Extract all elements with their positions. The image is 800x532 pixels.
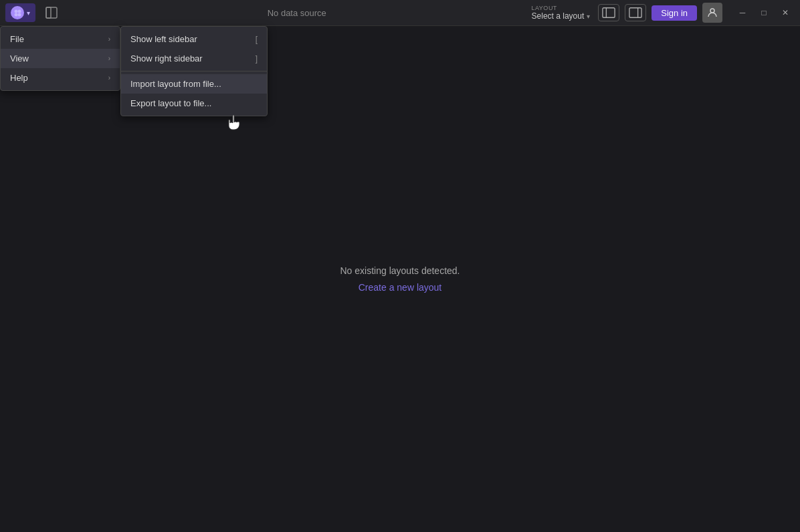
svg-point-2	[15, 13, 18, 17]
svg-rect-5	[46, 7, 51, 18]
menu-item-file[interactable]: File ›	[1, 29, 120, 49]
minimize-button[interactable]: ─	[733, 3, 752, 22]
menu-item-help[interactable]: Help ›	[1, 68, 120, 88]
svg-point-10	[710, 9, 714, 13]
show-right-sidebar-shortcut: ]	[256, 54, 258, 63]
menu-item-view[interactable]: View › Show left sidebar [ Show right si…	[1, 49, 120, 68]
svg-rect-4	[46, 7, 57, 18]
menu-bar: File › View › Show left sidebar [ Show r…	[0, 26, 120, 91]
import-layout-item[interactable]: Import layout from file...	[121, 74, 267, 94]
layout-selector[interactable]: LAYOUT Select a layout ▾	[532, 5, 591, 21]
show-left-sidebar-shortcut: [	[256, 35, 258, 44]
titlebar: ▾ No data source LAYOUT Select a layout …	[0, 0, 800, 26]
titlebar-center: No data source	[62, 8, 532, 18]
primary-menu: File › View › Show left sidebar [ Show r…	[0, 26, 120, 91]
app-menu-chevron-icon: ▾	[27, 9, 30, 17]
app-logo-button[interactable]: ▾	[5, 3, 35, 22]
svg-point-1	[18, 10, 21, 13]
sign-in-button[interactable]: Sign in	[652, 5, 697, 21]
view-submenu-arrow-icon: ›	[108, 55, 110, 62]
center-message: No existing layouts detected. Create a n…	[340, 265, 460, 293]
svg-point-3	[18, 13, 21, 17]
close-button[interactable]: ✕	[776, 3, 795, 22]
submenu-divider	[121, 71, 267, 72]
show-left-sidebar-item[interactable]: Show left sidebar [	[121, 29, 267, 49]
new-panel-button[interactable]	[41, 4, 62, 21]
svg-rect-8	[629, 8, 641, 18]
file-submenu-arrow-icon: ›	[108, 35, 110, 43]
maximize-button[interactable]: □	[755, 3, 773, 22]
titlebar-right: LAYOUT Select a layout ▾ Sign in	[532, 3, 795, 23]
layout-chevron-icon: ▾	[587, 13, 590, 20]
window-controls: ─ □ ✕	[733, 3, 795, 22]
layout-right-sidebar-toggle[interactable]	[625, 4, 646, 21]
create-new-layout-link[interactable]: Create a new layout	[359, 282, 442, 293]
layout-select-row: Select a layout ▾	[532, 11, 591, 21]
svg-rect-6	[603, 8, 615, 18]
layout-select-text: Select a layout	[532, 11, 585, 21]
help-submenu-arrow-icon: ›	[108, 74, 110, 82]
layout-left-sidebar-toggle[interactable]	[598, 4, 619, 21]
svg-point-0	[15, 10, 18, 13]
no-layouts-text: No existing layouts detected.	[340, 265, 460, 276]
view-submenu: Show left sidebar [ Show right sidebar ]…	[120, 26, 268, 116]
user-avatar-button[interactable]	[702, 3, 722, 23]
show-right-sidebar-item[interactable]: Show right sidebar ]	[121, 49, 267, 68]
no-data-source-label: No data source	[268, 8, 326, 18]
logo-icon	[11, 6, 24, 19]
view-submenu-panel: Show left sidebar [ Show right sidebar ]…	[120, 26, 268, 116]
layout-label: LAYOUT	[532, 5, 557, 11]
export-layout-item[interactable]: Export layout to file...	[121, 94, 267, 113]
